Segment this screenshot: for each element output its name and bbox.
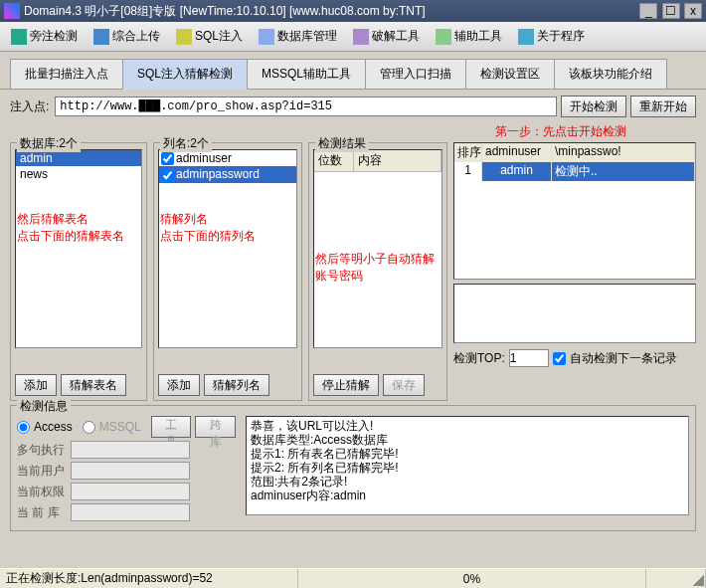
- column-label: adminuser: [176, 151, 232, 165]
- multi-exec-input[interactable]: [71, 441, 190, 459]
- cross-db-button[interactable]: 跨库: [195, 416, 236, 438]
- access-radio[interactable]: [17, 421, 30, 434]
- message-line: adminuser内容:admin: [251, 489, 684, 502]
- toolbar-icon: [93, 29, 109, 45]
- window-buttons: _ ☐ x: [638, 3, 702, 19]
- toolbar-辅助工具[interactable]: 辅助工具: [429, 25, 509, 48]
- toolbar-label: 数据库管理: [277, 28, 337, 45]
- toolbar-label: 综合上传: [112, 28, 160, 45]
- app-icon: [4, 3, 20, 19]
- main-toolbar: 旁注检测综合上传SQL注入数据库管理破解工具辅助工具关于程序: [0, 22, 706, 52]
- window-titlebar: Domain4.3 明小子[08组]专版 [NewTime:10.10.10] …: [0, 0, 706, 22]
- toolbar-label: SQL注入: [195, 28, 243, 45]
- tab-5[interactable]: 该板块功能介绍: [554, 59, 667, 89]
- col-sort: 排序: [454, 143, 482, 162]
- output-group: 排序 adminuser \minpasswo! 1 admin 检测中.. 检…: [453, 142, 696, 401]
- tab-0[interactable]: 批量扫描注入点: [10, 59, 123, 89]
- close-button[interactable]: x: [684, 3, 702, 19]
- main-area: 数据库:2个 adminnews 然后猜解表名 点击下面的猜解表名 添加 猜解表…: [0, 142, 706, 401]
- multi-exec-label: 多句执行: [17, 442, 67, 459]
- top-input[interactable]: [509, 349, 549, 367]
- save-button[interactable]: 保存: [383, 374, 425, 396]
- inject-url-input[interactable]: [55, 97, 557, 116]
- current-db-input[interactable]: [71, 503, 190, 521]
- column-label: adminpassword: [176, 167, 260, 181]
- message-line: 数据库类型:Access数据库: [251, 433, 684, 447]
- toolbar-SQL注入[interactable]: SQL注入: [169, 25, 250, 48]
- column-checkbox[interactable]: [161, 169, 174, 182]
- tab-strip: 批量扫描注入点SQL注入猜解检测MSSQL辅助工具管理入口扫描检测设置区该板块功…: [0, 52, 706, 90]
- current-perm-input[interactable]: [71, 483, 190, 500]
- detect-info-legend: 检测信息: [17, 398, 71, 415]
- tool-button[interactable]: 工具: [151, 416, 192, 438]
- auto-next-checkbox[interactable]: [553, 352, 566, 365]
- column-legend: 列名:2个: [160, 135, 212, 152]
- database-group: 数据库:2个 adminnews 然后猜解表名 点击下面的猜解表名 添加 猜解表…: [10, 142, 147, 401]
- mssql-label: MSSQL: [99, 420, 141, 434]
- column-group: 列名:2个 adminuseradminpassword 猜解列名 点击下面的猜…: [153, 142, 302, 401]
- tab-3[interactable]: 管理入口扫描: [365, 59, 466, 89]
- toolbar-旁注检测[interactable]: 旁注检测: [4, 25, 85, 48]
- list-item[interactable]: adminpassword: [159, 166, 296, 182]
- toolbar-label: 破解工具: [372, 28, 420, 45]
- current-perm-label: 当前权限: [17, 484, 67, 500]
- database-legend: 数据库:2个: [17, 135, 81, 152]
- access-label: Access: [34, 420, 73, 434]
- minimize-button[interactable]: _: [639, 3, 657, 19]
- col-add-button[interactable]: 添加: [158, 374, 200, 396]
- guess-table-button[interactable]: 猜解表名: [61, 374, 126, 396]
- current-user-input[interactable]: [71, 462, 190, 480]
- message-line: 提示1: 所有表名已猜解完毕!: [251, 447, 684, 461]
- toolbar-icon: [259, 29, 274, 45]
- toolbar-综合上传[interactable]: 综合上传: [87, 25, 167, 48]
- resize-grip-icon[interactable]: [692, 574, 704, 586]
- col-digits: 位数: [314, 150, 354, 171]
- list-item[interactable]: news: [16, 166, 141, 182]
- maximize-button[interactable]: ☐: [662, 3, 680, 19]
- status-percent: 0%: [298, 569, 646, 588]
- toolbar-icon: [176, 29, 192, 45]
- toolbar-label: 辅助工具: [454, 28, 502, 45]
- toolbar-label: 关于程序: [537, 28, 585, 45]
- tab-4[interactable]: 检测设置区: [465, 59, 555, 89]
- status-bar: 正在检测长度:Len(adminpassword)=52 0%: [0, 568, 706, 588]
- col-minpass: \minpasswo!: [552, 143, 695, 162]
- column-checkbox[interactable]: [161, 152, 174, 165]
- top-label: 检测TOP:: [453, 350, 505, 367]
- window-title: Domain4.3 明小子[08组]专版 [NewTime:10.10.10] …: [24, 3, 638, 20]
- toolbar-数据库管理[interactable]: 数据库管理: [252, 25, 344, 48]
- start-detect-button[interactable]: 开始检测: [561, 96, 626, 117]
- guess-column-button[interactable]: 猜解列名: [204, 374, 269, 396]
- current-user-label: 当前用户: [17, 463, 67, 480]
- db-add-button[interactable]: 添加: [15, 374, 57, 396]
- tab-1[interactable]: SQL注入猜解检测: [122, 59, 248, 90]
- result-header: 位数 内容: [314, 150, 441, 172]
- toolbar-icon: [436, 29, 451, 45]
- output-log[interactable]: [453, 284, 696, 343]
- result-group: 检测结果 位数 内容 然后等明小子自动猜解账号密码 停止猜解 保存: [308, 142, 447, 401]
- col-adminuser: adminuser: [482, 143, 552, 162]
- tab-2[interactable]: MSSQL辅助工具: [247, 59, 366, 89]
- message-line: 范围:共有2条记录!: [251, 475, 684, 489]
- toolbar-关于程序[interactable]: 关于程序: [511, 25, 592, 48]
- message-area[interactable]: 恭喜，该URL可以注入!数据库类型:Access数据库提示1: 所有表名已猜解完…: [246, 416, 689, 515]
- toolbar-icon: [11, 29, 27, 45]
- message-line: 恭喜，该URL可以注入!: [251, 419, 684, 433]
- toolbar-破解工具[interactable]: 破解工具: [346, 25, 427, 48]
- current-db-label: 当 前 库: [17, 504, 67, 521]
- result-legend: 检测结果: [315, 135, 369, 152]
- detect-info-group: 检测信息 Access MSSQL 工具 跨库 多句执行 当前用户 当前权限 当…: [10, 405, 696, 531]
- list-item[interactable]: admin: [16, 150, 141, 166]
- auto-next-label: 自动检测下一条记录: [570, 350, 677, 367]
- list-item[interactable]: adminuser: [159, 150, 296, 166]
- mssql-radio[interactable]: [83, 421, 95, 434]
- toolbar-icon: [518, 29, 534, 45]
- stop-guess-button[interactable]: 停止猜解: [313, 374, 379, 396]
- inject-point-label: 注入点:: [10, 98, 49, 115]
- message-line: 提示2: 所有列名已猜解完毕!: [251, 461, 684, 475]
- restart-button[interactable]: 重新开始: [630, 96, 696, 117]
- table-row[interactable]: 1 admin 检测中..: [454, 162, 695, 181]
- url-row: 注入点: 开始检测 重新开始: [0, 90, 706, 123]
- col-content: 内容: [354, 150, 441, 171]
- output-table[interactable]: 排序 adminuser \minpasswo! 1 admin 检测中..: [453, 142, 696, 280]
